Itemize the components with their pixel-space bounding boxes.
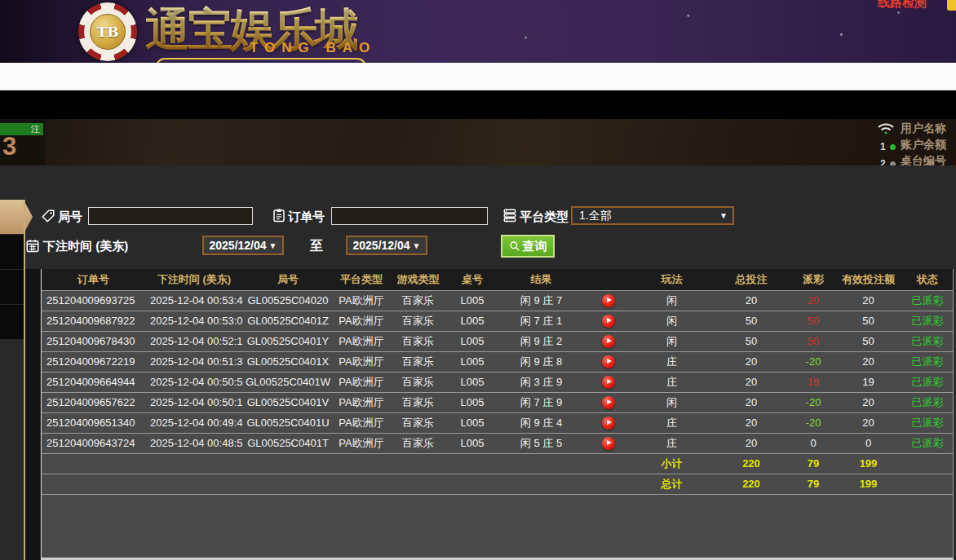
col-bet-time: 下注时间 (美东) <box>145 269 243 290</box>
green-dot-icon <box>890 144 896 150</box>
date-to-select[interactable]: 2025/12/04 ▼ <box>346 236 427 255</box>
game-type-cell: 百家乐 <box>390 351 446 372</box>
payout-cell: -20 <box>792 412 834 433</box>
bet-side-cell: 闲 <box>633 331 710 351</box>
platform-type-value: 1.全部 <box>579 209 612 223</box>
play-cell <box>584 372 633 392</box>
round-id-input[interactable] <box>88 207 253 225</box>
platform-cell: PA欧洲厅 <box>333 412 390 433</box>
play-video-button[interactable] <box>602 315 615 328</box>
platform-type-select[interactable]: 1.全部 ▼ <box>571 206 734 225</box>
top-header: TB 通宝娱乐城 TONG BAO 线路检测 <box>0 0 956 63</box>
result-cell: 闲 9 庄 2 <box>498 331 584 351</box>
col-payout: 派彩 <box>792 269 834 290</box>
valid-bet-cell: 50 <box>834 331 902 351</box>
col-play <box>584 269 633 290</box>
status-cell: 已派彩 <box>902 351 953 372</box>
date-from-select[interactable]: 2025/12/04 ▼ <box>202 236 284 255</box>
valid-bet-cell: 19 <box>834 372 902 392</box>
table-no-cell: L005 <box>446 311 498 331</box>
sidebar-tab-4[interactable] <box>0 305 24 339</box>
user-name-label: 用户名称 <box>901 121 956 136</box>
order-id-cell: 251204009651340 <box>42 412 145 433</box>
valid-bet-cell: 20 <box>834 290 902 311</box>
play-video-button[interactable] <box>602 437 615 450</box>
bet-side-cell: 闲 <box>633 290 710 311</box>
search-button[interactable]: 查询 <box>501 235 555 258</box>
bet-time-cell: 2025-12-04 00:50:55 <box>145 372 243 392</box>
table-body: 2512040096937252025-12-04 00:53:40GL0052… <box>42 290 953 494</box>
order-id-cell: 251204009664944 <box>42 372 145 392</box>
play-video-button[interactable] <box>602 355 615 368</box>
status-cell: 已派彩 <box>902 311 953 331</box>
search-button-label: 查询 <box>523 239 547 254</box>
calendar-icon <box>25 238 40 253</box>
play-video-button[interactable] <box>602 417 615 430</box>
game-type-cell: 百家乐 <box>390 311 446 331</box>
round-id-cell: GL00525C04020 <box>243 290 333 311</box>
play-video-button[interactable] <box>602 335 615 348</box>
bet-time-cell: 2025-12-04 00:51:38 <box>145 351 243 372</box>
table-row: 2512040096437242025-12-04 00:48:57GL0052… <box>42 433 953 453</box>
game-type-cell: 百家乐 <box>390 392 446 412</box>
order-id-input[interactable] <box>331 207 488 225</box>
sidebar-tab-active[interactable] <box>0 200 33 234</box>
col-round-id: 局号 <box>243 269 333 290</box>
subtotal-valid-bet: 199 <box>834 453 902 474</box>
play-cell <box>584 392 633 412</box>
play-video-button[interactable] <box>602 376 615 389</box>
platform-cell: PA欧洲厅 <box>333 290 390 311</box>
valid-bet-cell: 20 <box>834 351 902 372</box>
platform-cell: PA欧洲厅 <box>333 392 390 412</box>
col-status: 状态 <box>902 269 953 290</box>
marker-1: 1 <box>880 141 886 152</box>
platform-type-label: 平台类型 <box>520 209 569 225</box>
order-id-cell: 251204009687922 <box>42 311 145 331</box>
table-row: 2512040096879222025-12-04 00:53:05GL0052… <box>42 311 953 331</box>
valid-bet-cell: 20 <box>834 392 902 412</box>
order-id-cell: 251204009643724 <box>42 433 145 453</box>
bet-side-cell: 庄 <box>633 372 710 392</box>
play-video-button[interactable] <box>602 294 615 307</box>
total-bet-cell: 20 <box>710 392 792 412</box>
spacer-strip <box>0 90 956 119</box>
order-id-cell: 251204009657622 <box>42 392 145 412</box>
total-bet-cell: 20 <box>710 433 792 453</box>
game-type-cell: 百家乐 <box>390 290 446 311</box>
col-platform: 平台类型 <box>333 269 390 290</box>
clipboard-icon <box>272 208 286 223</box>
status-cell: 已派彩 <box>902 372 953 392</box>
nav-strip <box>0 63 956 90</box>
game-type-cell: 百家乐 <box>390 412 446 433</box>
chevron-down-icon: ▼ <box>413 241 421 250</box>
round-id-cell: GL00525C0401X <box>243 351 333 372</box>
subtotal-row: 小计 220 79 199 <box>42 453 953 474</box>
payout-cell: -20 <box>792 392 834 412</box>
result-cell: 闲 9 庄 7 <box>498 290 584 311</box>
total-bet-cell: 50 <box>710 311 792 331</box>
col-bet-side: 玩法 <box>633 269 710 290</box>
line-check-link[interactable]: 线路检测 <box>878 0 927 11</box>
tag-icon <box>41 209 55 223</box>
table-no-cell: L005 <box>446 290 498 311</box>
valid-bet-cell: 50 <box>834 311 902 331</box>
platform-cell: PA欧洲厅 <box>333 433 390 453</box>
valid-bet-cell: 0 <box>834 433 902 453</box>
round-id-label: 局号 <box>58 209 82 225</box>
table-no-cell: L005 <box>446 351 498 372</box>
game-type-cell: 百家乐 <box>390 372 446 392</box>
order-id-label: 订单号 <box>288 209 325 225</box>
table-row: 2512040096649442025-12-04 00:50:55GL0052… <box>42 372 953 392</box>
bet-side-cell: 闲 <box>633 392 710 412</box>
col-result: 结果 <box>498 269 584 290</box>
sidebar-tab-2[interactable] <box>0 235 24 269</box>
account-balance-label: 账户余额 <box>901 138 956 152</box>
corner-notice-icon[interactable] <box>947 0 956 11</box>
table-left-gutter <box>25 269 40 560</box>
status-cell: 已派彩 <box>902 412 953 433</box>
sidebar-tab-3[interactable] <box>0 270 24 304</box>
subtotal-total-bet: 220 <box>710 453 792 474</box>
round-id-cell: GL00525C0401V <box>243 392 333 412</box>
play-video-button[interactable] <box>602 396 615 409</box>
bet-side-cell: 庄 <box>633 351 710 372</box>
